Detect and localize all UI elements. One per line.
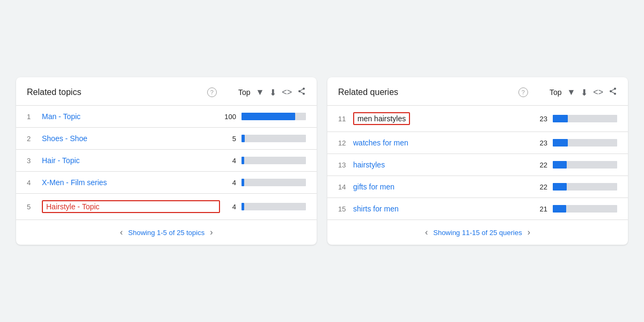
bar-fill	[553, 161, 567, 169]
bar-container	[553, 139, 617, 147]
right-dropdown-icon[interactable]: ▼	[567, 87, 575, 97]
row-number: 5	[27, 203, 38, 211]
row-label[interactable]: Hair - Topic	[42, 156, 220, 165]
row-number: 14	[338, 183, 349, 191]
row-value: 21	[531, 205, 547, 213]
row-value: 100	[220, 113, 236, 121]
row-label[interactable]: Shoes - Shoe	[42, 134, 220, 143]
row-label[interactable]: gifts for men	[353, 182, 531, 191]
right-embed-icon[interactable]: <>	[593, 87, 603, 97]
right-prev-arrow[interactable]: ‹	[425, 228, 428, 237]
row-number: 1	[27, 113, 38, 121]
bar-bg	[566, 205, 617, 213]
bar-container	[553, 161, 617, 169]
row-label[interactable]: men hairstyles	[353, 112, 531, 125]
table-row: 15 shirts for men 21	[327, 198, 628, 219]
left-panel-footer: ‹ Showing 1-5 of 25 topics ›	[16, 219, 317, 245]
table-row: 4 X-Men - Film series 4	[16, 172, 317, 194]
row-value: 23	[531, 139, 547, 147]
row-label[interactable]: shirts for men	[353, 204, 531, 213]
left-header-controls: Top ▼ ⬇ <>	[238, 87, 306, 98]
right-header-controls: Top ▼ ⬇ <>	[550, 87, 617, 98]
row-label-highlighted[interactable]: Hairstyle - Topic	[42, 200, 220, 213]
left-rows: 1 Man - Topic 100 2 Shoes - Shoe 5	[16, 106, 317, 219]
left-embed-icon[interactable]: <>	[282, 87, 292, 97]
right-panel-footer: ‹ Showing 11-15 of 25 queries ›	[327, 219, 628, 245]
bar-fill	[553, 205, 566, 213]
bar-bg	[244, 179, 306, 186]
right-footer-text: Showing 11-15 of 25 queries	[433, 229, 522, 237]
row-number: 13	[338, 161, 349, 169]
bar-bg	[568, 139, 617, 147]
right-next-arrow[interactable]: ›	[528, 228, 530, 237]
table-row: 12 watches for men 23	[327, 132, 628, 154]
table-row: 11 men hairstyles 23	[327, 106, 628, 132]
row-label[interactable]: hairstyles	[353, 160, 531, 169]
row-value: 22	[531, 161, 547, 169]
left-panel-title: Related topics	[27, 87, 204, 97]
right-panel-title: Related queries	[338, 87, 515, 97]
row-number: 11	[338, 115, 349, 123]
bar-container	[241, 157, 306, 164]
left-dropdown-icon[interactable]: ▼	[255, 87, 264, 97]
highlighted-query: men hairstyles	[353, 112, 410, 125]
row-number: 2	[27, 135, 38, 143]
bar-bg	[244, 157, 306, 164]
table-row: 13 hairstyles 22	[327, 154, 628, 176]
bar-fill	[553, 183, 567, 191]
right-download-icon[interactable]: ⬇	[581, 87, 588, 98]
right-top-label: Top	[550, 88, 562, 97]
right-panel: Related queries ? Top ▼ ⬇ <> 11 men hair…	[327, 77, 628, 245]
right-help-icon[interactable]: ?	[518, 87, 528, 97]
bar-container	[553, 183, 617, 191]
bar-bg	[567, 183, 617, 191]
prev-arrow[interactable]: ‹	[120, 228, 122, 237]
bar-bg	[568, 115, 617, 122]
bar-fill	[553, 115, 568, 122]
bar-container	[241, 179, 306, 186]
bar-fill	[553, 139, 568, 147]
left-panel-header: Related topics ? Top ▼ ⬇ <>	[16, 77, 317, 106]
bar-fill	[241, 113, 295, 120]
table-row: 14 gifts for men 22	[327, 176, 628, 198]
bar-bg	[244, 203, 306, 210]
bar-bg	[567, 161, 617, 169]
bar-container	[241, 135, 306, 142]
right-share-icon[interactable]	[609, 87, 617, 98]
bar-container	[241, 203, 306, 210]
next-arrow[interactable]: ›	[210, 228, 213, 237]
table-row: 3 Hair - Topic 4	[16, 150, 317, 172]
bar-container	[553, 205, 617, 213]
bar-container	[553, 115, 617, 122]
left-footer-text: Showing 1-5 of 25 topics	[128, 229, 204, 237]
row-value: 22	[531, 183, 547, 191]
table-row: 1 Man - Topic 100	[16, 106, 317, 128]
row-label[interactable]: Man - Topic	[42, 112, 220, 121]
table-row: 5 Hairstyle - Topic 4	[16, 194, 317, 219]
main-container: Related topics ? Top ▼ ⬇ <> 1 Man - Topi…	[0, 61, 644, 261]
table-row: 2 Shoes - Shoe 5	[16, 128, 317, 150]
row-value: 4	[220, 179, 236, 187]
bar-bg	[245, 135, 306, 142]
row-value: 4	[220, 157, 236, 165]
row-number: 4	[27, 179, 38, 187]
bar-bg	[295, 113, 306, 120]
left-help-icon[interactable]: ?	[207, 87, 217, 97]
row-number: 12	[338, 139, 349, 147]
row-label[interactable]: X-Men - Film series	[42, 178, 220, 187]
left-share-icon[interactable]	[297, 87, 306, 98]
row-value: 4	[220, 203, 236, 211]
right-panel-header: Related queries ? Top ▼ ⬇ <>	[327, 77, 628, 106]
left-download-icon[interactable]: ⬇	[269, 87, 276, 98]
left-top-label: Top	[238, 88, 251, 97]
row-number: 15	[338, 205, 349, 213]
bar-container	[241, 113, 306, 120]
row-label[interactable]: watches for men	[353, 138, 531, 147]
left-panel: Related topics ? Top ▼ ⬇ <> 1 Man - Topi…	[16, 77, 317, 245]
row-number: 3	[27, 157, 38, 165]
row-value: 5	[220, 135, 236, 143]
right-rows: 11 men hairstyles 23 12 watches for men …	[327, 106, 628, 219]
row-value: 23	[531, 115, 547, 123]
